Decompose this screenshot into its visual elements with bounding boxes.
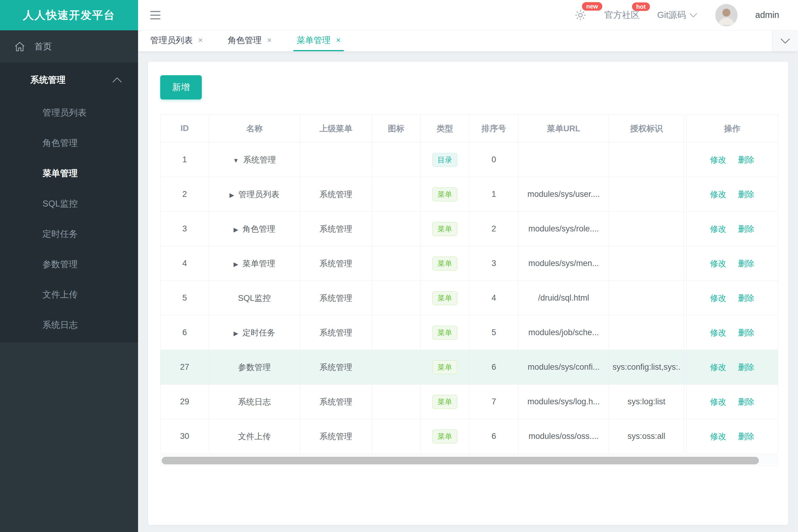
- horizontal-scrollbar[interactable]: [160, 455, 778, 466]
- table-row[interactable]: 5 SQL监控 系统管理 菜单 4 /druid/sql.html 修改删除: [161, 281, 778, 316]
- cell-order: 0: [469, 142, 519, 177]
- table-row[interactable]: 6 ▶定时任务 系统管理 菜单 5 modules/job/sche... 修改…: [161, 316, 778, 350]
- close-icon[interactable]: ×: [198, 36, 203, 45]
- cell-id: 29: [161, 385, 209, 419]
- table-row[interactable]: 2 ▶管理员列表 系统管理 菜单 1 modules/sys/user.... …: [161, 177, 778, 212]
- delete-link[interactable]: 删除: [738, 432, 754, 441]
- tab-menu[interactable]: 菜单管理 ×: [293, 30, 344, 51]
- cell-actions: 修改删除: [687, 142, 778, 177]
- close-icon[interactable]: ×: [336, 36, 340, 45]
- cell-name: 系统日志: [209, 385, 300, 419]
- tab-role[interactable]: 角色管理 ×: [224, 30, 275, 51]
- username-label[interactable]: admin: [755, 10, 779, 20]
- cell-actions: 修改删除: [687, 246, 778, 281]
- cell-type: 菜单: [421, 212, 469, 246]
- fixed-column-gap: [684, 177, 687, 212]
- cell-name: 文件上传: [209, 419, 300, 454]
- delete-link[interactable]: 删除: [738, 190, 754, 199]
- close-icon[interactable]: ×: [267, 36, 272, 45]
- cell-perms: [609, 212, 684, 246]
- sidebar-item-upload[interactable]: 文件上传: [0, 279, 138, 310]
- sidebar-item-config[interactable]: 参数管理: [0, 249, 138, 279]
- cell-id: 5: [161, 281, 209, 316]
- main-content: 新增 ID 名称 上级菜单 图标 类型 排序号: [138, 52, 798, 532]
- col-type: 类型: [421, 115, 469, 142]
- cell-id: 27: [161, 350, 209, 385]
- cell-order: 5: [469, 316, 519, 350]
- user-avatar[interactable]: [715, 4, 738, 26]
- edit-link[interactable]: 修改: [710, 432, 726, 441]
- sidebar-item-sql[interactable]: SQL监控: [0, 188, 138, 219]
- delete-link[interactable]: 删除: [738, 328, 754, 337]
- tree-toggle-icon[interactable]: ▼: [233, 157, 239, 164]
- fixed-column-gap: [684, 246, 687, 281]
- table-row[interactable]: 3 ▶角色管理 系统管理 菜单 2 modules/sys/role.... 修…: [161, 212, 778, 246]
- sidebar-group-header[interactable]: 系统管理: [0, 63, 138, 97]
- table-row[interactable]: 4 ▶菜单管理 系统管理 菜单 3 modules/sys/men... 修改删…: [161, 246, 778, 281]
- cell-name: ▼系统管理: [209, 142, 300, 177]
- type-badge: 菜单: [432, 360, 457, 374]
- edit-link[interactable]: 修改: [710, 363, 726, 372]
- community-link[interactable]: 官方社区 hot: [605, 9, 639, 21]
- tab-list-dropdown[interactable]: [772, 30, 798, 51]
- sidebar-item-job[interactable]: 定时任务: [0, 219, 138, 249]
- fixed-column-gap: [684, 350, 687, 385]
- table-row[interactable]: 1 ▼系统管理 目录 0 修改删除: [161, 142, 778, 177]
- add-button[interactable]: 新增: [160, 75, 202, 99]
- menu-table: ID 名称 上级菜单 图标 类型 排序号 菜单URL 授权标识 操作 1 ▼系统…: [160, 114, 778, 454]
- cell-url: /druid/sql.html: [519, 281, 609, 316]
- tree-toggle-icon[interactable]: ▶: [234, 226, 238, 233]
- menu-name-label: 角色管理: [242, 225, 275, 233]
- table-row[interactable]: 29 系统日志 系统管理 菜单 7 modules/sys/log.h... s…: [161, 385, 778, 419]
- cell-order: 1: [469, 177, 519, 212]
- delete-link[interactable]: 删除: [738, 293, 754, 303]
- edit-link[interactable]: 修改: [710, 225, 726, 233]
- hamburger-icon[interactable]: [150, 11, 161, 19]
- delete-link[interactable]: 删除: [738, 259, 754, 268]
- sidebar-item-home[interactable]: 首页: [0, 30, 138, 63]
- edit-link[interactable]: 修改: [710, 155, 726, 165]
- delete-link[interactable]: 删除: [738, 363, 754, 372]
- delete-link[interactable]: 删除: [738, 225, 754, 233]
- cell-order: 6: [469, 350, 519, 385]
- scrollbar-thumb[interactable]: [162, 457, 759, 464]
- cell-url: modules/sys/log.h...: [519, 385, 609, 419]
- cell-perms: sys:oss:all: [609, 419, 684, 454]
- sidebar-item-admin-list[interactable]: 管理员列表: [0, 97, 138, 128]
- tab-admin-list[interactable]: 管理员列表 ×: [147, 30, 206, 51]
- col-id: ID: [161, 115, 209, 142]
- cell-parent: 系统管理: [300, 246, 372, 281]
- edit-link[interactable]: 修改: [710, 259, 726, 268]
- tree-toggle-icon[interactable]: ▶: [234, 261, 238, 267]
- cell-icon: [372, 142, 421, 177]
- git-source-dropdown[interactable]: Git源码: [657, 9, 698, 21]
- fixed-column-gap: [684, 142, 687, 177]
- chevron-up-icon: [112, 77, 122, 83]
- delete-link[interactable]: 删除: [738, 397, 754, 406]
- tree-toggle-icon[interactable]: ▶: [229, 192, 234, 198]
- tab-label: 管理员列表: [150, 35, 193, 46]
- edit-link[interactable]: 修改: [710, 397, 726, 406]
- col-parent: 上级菜单: [300, 115, 372, 142]
- cell-type: 菜单: [421, 385, 469, 419]
- table-row[interactable]: 30 文件上传 系统管理 菜单 6 modules/oss/oss.... sy…: [161, 419, 778, 454]
- table-row[interactable]: 27 参数管理 系统管理 菜单 6 modules/sys/confi... s…: [161, 350, 778, 385]
- menu-name-label: 参数管理: [238, 363, 271, 372]
- cell-parent: 系统管理: [300, 212, 372, 246]
- edit-link[interactable]: 修改: [710, 190, 726, 199]
- tree-toggle-icon[interactable]: ▶: [234, 330, 238, 337]
- menu-name-label: 管理员列表: [239, 190, 279, 199]
- sidebar-item-role[interactable]: 角色管理: [0, 128, 138, 158]
- settings-button[interactable]: new: [574, 9, 587, 21]
- cell-type: 目录: [421, 142, 469, 177]
- edit-link[interactable]: 修改: [710, 293, 726, 303]
- delete-link[interactable]: 删除: [738, 155, 754, 165]
- col-order: 排序号: [469, 115, 519, 142]
- sidebar-item-log[interactable]: 系统日志: [0, 310, 138, 340]
- menu-name-label: 文件上传: [238, 432, 271, 441]
- cell-actions: 修改删除: [687, 177, 778, 212]
- content-card: 新增 ID 名称 上级菜单 图标 类型 排序号: [148, 61, 788, 525]
- edit-link[interactable]: 修改: [710, 328, 726, 337]
- sidebar-item-menu[interactable]: 菜单管理: [0, 158, 138, 188]
- fixed-column-gap: [684, 115, 687, 142]
